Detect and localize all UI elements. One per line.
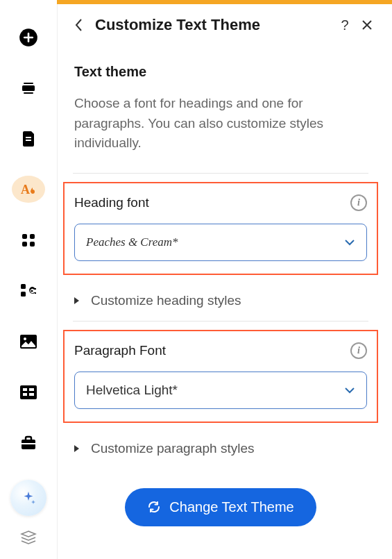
refresh-icon: [147, 500, 161, 514]
svg-rect-7: [22, 234, 27, 239]
svg-rect-12: [21, 292, 26, 297]
table-icon[interactable]: [12, 378, 45, 406]
section-description: Choose a font for headings and one for p…: [63, 94, 378, 153]
customize-heading-label: Customize heading styles: [91, 293, 241, 308]
customize-panel: Customize Text Theme ? Text theme Choose…: [57, 4, 392, 559]
svg-text:A: A: [21, 183, 30, 197]
theme-icon[interactable]: A: [12, 176, 45, 203]
chevron-down-icon: [344, 387, 355, 394]
svg-rect-5: [26, 140, 31, 141]
svg-rect-1: [22, 85, 35, 91]
customize-paragraph-label: Customize paragraph styles: [91, 441, 255, 456]
ai-sparkle-icon[interactable]: [10, 480, 46, 516]
paragraph-font-group: Paragraph Font i Helvetica Light*: [63, 330, 378, 423]
divider: [73, 173, 368, 174]
svg-rect-2: [24, 83, 33, 84]
paragraph-font-value: Helvetica Light*: [86, 383, 344, 398]
svg-rect-3: [24, 92, 33, 94]
help-button[interactable]: ?: [334, 14, 356, 36]
svg-point-13: [31, 290, 33, 292]
svg-rect-20: [29, 388, 34, 391]
svg-rect-10: [30, 242, 35, 247]
heading-font-select[interactable]: Peaches & Cream*: [74, 224, 367, 261]
expand-triangle-icon: [73, 297, 80, 305]
svg-rect-19: [23, 388, 27, 391]
layers-icon[interactable]: [20, 530, 37, 548]
svg-rect-18: [20, 385, 37, 399]
heading-font-value: Peaches & Cream*: [86, 235, 344, 249]
svg-rect-9: [22, 242, 27, 247]
info-icon[interactable]: i: [350, 342, 367, 359]
heading-font-group: Heading font i Peaches & Cream*: [63, 182, 378, 275]
section-title: Text theme: [63, 64, 378, 80]
customize-heading-styles[interactable]: Customize heading styles: [63, 281, 378, 321]
svg-rect-24: [22, 443, 35, 444]
page-icon[interactable]: [12, 125, 45, 152]
svg-rect-15: [35, 292, 36, 294]
svg-rect-14: [35, 288, 36, 290]
divider: [73, 321, 368, 322]
add-icon[interactable]: [12, 24, 45, 51]
panel-header: Customize Text Theme ?: [63, 14, 378, 36]
customize-paragraph-styles[interactable]: Customize paragraph styles: [63, 428, 378, 469]
sidebar: A: [0, 4, 57, 559]
change-button-label: Change Text Theme: [169, 499, 293, 515]
svg-point-17: [24, 337, 26, 340]
paragraph-font-select[interactable]: Helvetica Light*: [74, 372, 367, 409]
back-button[interactable]: [69, 15, 88, 35]
close-button[interactable]: [356, 14, 378, 36]
apps-icon[interactable]: [12, 226, 45, 253]
sections-icon[interactable]: [12, 74, 45, 101]
heading-font-label: Heading font: [74, 195, 149, 210]
svg-rect-4: [26, 137, 31, 138]
settings-icon[interactable]: [12, 277, 45, 304]
svg-rect-21: [23, 393, 27, 396]
svg-rect-22: [29, 393, 34, 396]
info-icon[interactable]: i: [350, 194, 367, 211]
svg-rect-8: [30, 234, 35, 239]
change-text-theme-button[interactable]: Change Text Theme: [125, 488, 316, 526]
image-icon[interactable]: [12, 328, 45, 355]
briefcase-icon[interactable]: [12, 429, 45, 456]
paragraph-font-label: Paragraph Font: [74, 343, 166, 358]
chevron-down-icon: [344, 239, 355, 246]
svg-rect-11: [21, 284, 26, 289]
expand-triangle-icon: [73, 444, 80, 453]
panel-title: Customize Text Theme: [95, 16, 334, 34]
